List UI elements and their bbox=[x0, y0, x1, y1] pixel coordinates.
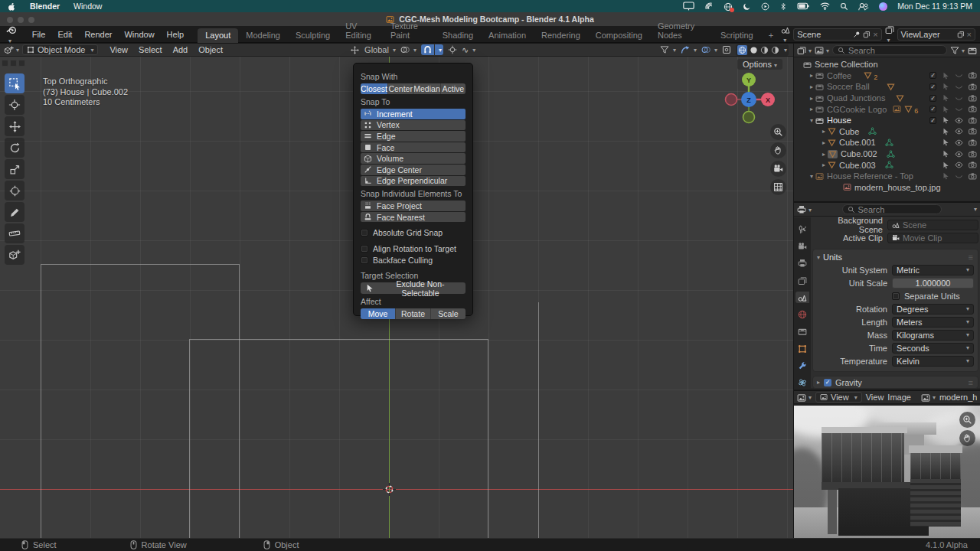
snap-item-edge-center[interactable]: Edge Center bbox=[361, 165, 466, 175]
shading-material-toggle[interactable] bbox=[760, 46, 769, 54]
new-collection-icon[interactable] bbox=[968, 45, 977, 55]
image-pan-button[interactable] bbox=[959, 430, 975, 446]
remove-viewlayer-icon[interactable]: × bbox=[967, 30, 972, 39]
render-camera-icon[interactable] bbox=[969, 94, 977, 103]
tab-compositing[interactable]: Compositing bbox=[588, 28, 650, 43]
temperature-dropdown[interactable]: Kelvin▾ bbox=[892, 356, 974, 367]
render-camera-icon[interactable] bbox=[969, 105, 977, 113]
scene-browse-icon[interactable]: ▾ bbox=[781, 24, 790, 44]
tool-transform[interactable] bbox=[5, 181, 24, 201]
menu-view[interactable]: View bbox=[104, 45, 133, 54]
window-menu[interactable]: Window bbox=[67, 2, 109, 11]
hide-eye-icon[interactable] bbox=[955, 172, 963, 181]
close-window-button[interactable] bbox=[7, 17, 13, 23]
fast-user-switch-icon[interactable] bbox=[858, 2, 869, 11]
options-button[interactable]: Options▾ bbox=[737, 59, 782, 70]
display-icon[interactable] bbox=[683, 2, 694, 11]
snap-item-vertex[interactable]: Vertex bbox=[361, 120, 466, 131]
outliner-row-cube-003[interactable]: ▸ Cube.003 bbox=[794, 159, 980, 171]
image-menu-view[interactable]: View bbox=[866, 393, 884, 402]
perspective-toggle-button[interactable] bbox=[770, 179, 786, 195]
outliner-row-cube-001[interactable]: ▸ Cube.001 bbox=[794, 137, 980, 148]
render-camera-icon[interactable] bbox=[969, 161, 977, 169]
xray-toggle[interactable] bbox=[722, 45, 731, 54]
snap-item-face[interactable]: Face bbox=[361, 142, 466, 153]
hide-eye-icon[interactable] bbox=[955, 94, 963, 103]
menu-add[interactable]: Add bbox=[168, 45, 194, 54]
tab-physics-properties[interactable] bbox=[795, 377, 809, 389]
snap-item-edge[interactable]: Edge bbox=[361, 131, 466, 142]
mass-dropdown[interactable]: Kilograms▾ bbox=[892, 330, 974, 341]
outliner-row-house[interactable]: ▾ House ✓ bbox=[794, 115, 980, 126]
tab-modifier-properties[interactable] bbox=[795, 360, 809, 371]
tab-viewlayer-properties[interactable] bbox=[795, 275, 809, 286]
selectable-icon[interactable] bbox=[942, 150, 949, 158]
outliner-filter-icon[interactable]: ▾ bbox=[950, 45, 965, 55]
hide-eye-icon[interactable] bbox=[955, 105, 963, 113]
tool-scale[interactable] bbox=[5, 159, 24, 179]
hide-eye-icon[interactable] bbox=[955, 71, 963, 80]
tab-sculpting[interactable]: Sculpting bbox=[288, 28, 338, 43]
background-scene-field[interactable]: Scene bbox=[887, 220, 978, 230]
selectable-icon[interactable] bbox=[942, 72, 949, 80]
pin-icon[interactable] bbox=[853, 31, 861, 38]
render-camera-icon[interactable] bbox=[969, 139, 977, 147]
collection-checkbox[interactable]: ✓ bbox=[929, 117, 936, 124]
panel-drag-handle[interactable]: ≡ bbox=[969, 253, 974, 262]
editor-type-icon[interactable]: ▾ bbox=[0, 44, 19, 55]
outliner-row-quad-junctions[interactable]: ▸ Quad Junctions ✓ bbox=[794, 93, 980, 104]
mode-dropdown[interactable]: Object Mode▾ bbox=[22, 44, 98, 55]
exclude-non-selectable-toggle[interactable]: Exclude Non-Selectable bbox=[361, 282, 466, 294]
image-menu-image[interactable]: Image bbox=[887, 393, 911, 402]
tab-geometry-nodes[interactable]: Geometry Nodes bbox=[650, 19, 713, 43]
orientation-dropdown[interactable]: Global▾ bbox=[351, 45, 396, 54]
image-browse-icon[interactable]: ▾ bbox=[921, 392, 936, 402]
outliner-row-cube[interactable]: ▸ Cube bbox=[794, 126, 980, 138]
menubar-clock[interactable]: Mon Dec 11 9:13 PM bbox=[897, 2, 972, 11]
render-camera-icon[interactable] bbox=[969, 172, 977, 181]
airdrop-icon[interactable] bbox=[704, 2, 714, 11]
tool-move[interactable] bbox=[5, 116, 24, 136]
snap-with-median[interactable]: Median bbox=[413, 83, 440, 94]
tab-scene-properties[interactable] bbox=[795, 292, 809, 303]
snap-dropdown-button[interactable]: ▾ bbox=[435, 44, 443, 55]
outliner-row-cube-002[interactable]: ▸ Cube.002 bbox=[794, 148, 980, 160]
collection-checkbox[interactable]: ✓ bbox=[929, 83, 936, 90]
tool-annotate[interactable] bbox=[5, 202, 24, 222]
tool-add-cube[interactable] bbox=[5, 245, 24, 265]
render-camera-icon[interactable] bbox=[969, 127, 977, 135]
hide-eye-icon[interactable] bbox=[955, 161, 963, 169]
snap-with-center[interactable]: Center bbox=[388, 83, 413, 94]
hide-eye-icon[interactable] bbox=[955, 127, 963, 135]
zoom-button[interactable] bbox=[770, 124, 786, 140]
outliner-row-image-file[interactable]: modern_house_top.jpg bbox=[794, 182, 980, 194]
selectable-icon[interactable] bbox=[942, 139, 949, 146]
properties-options-dropdown[interactable]: ▾ bbox=[974, 206, 977, 213]
viewlayer-browse-icon[interactable]: ▾ bbox=[885, 24, 894, 44]
pan-hand-button[interactable] bbox=[770, 142, 786, 158]
absolute-grid-snap-checkbox[interactable]: Absolute Grid Snap bbox=[361, 227, 466, 238]
tab-modeling[interactable]: Modeling bbox=[238, 28, 288, 43]
affect-move[interactable]: Move bbox=[361, 308, 396, 319]
viewlayer-datablock[interactable]: ViewLayer × bbox=[897, 28, 975, 41]
menu-edit[interactable]: Edit bbox=[51, 30, 78, 39]
gravity-panel-header[interactable]: ▸ ✓ Gravity ≡ bbox=[812, 376, 978, 389]
properties-search-input[interactable]: Search bbox=[842, 204, 942, 214]
outliner-row-house-reference[interactable]: ▾ House Reference - Top bbox=[794, 171, 980, 182]
scene-name[interactable]: Scene bbox=[797, 30, 851, 39]
snap-item-face-project[interactable]: Face Project bbox=[361, 201, 466, 211]
selectable-icon[interactable] bbox=[942, 106, 949, 113]
shading-wireframe-toggle[interactable] bbox=[737, 45, 747, 55]
align-rotation-checkbox[interactable]: Align Rotation to Target bbox=[361, 243, 466, 254]
shading-solid-toggle[interactable] bbox=[750, 46, 758, 54]
tab-output-properties[interactable] bbox=[795, 258, 809, 269]
snap-item-increment[interactable]: Increment bbox=[361, 109, 466, 119]
menu-render[interactable]: Render bbox=[78, 30, 118, 39]
affect-rotate[interactable]: Rotate bbox=[396, 308, 431, 319]
menu-window[interactable]: Window bbox=[118, 30, 160, 39]
zoom-window-button[interactable] bbox=[28, 17, 34, 23]
focus-moon-icon[interactable] bbox=[743, 2, 751, 11]
selectable-icon[interactable] bbox=[942, 172, 949, 180]
play-icon[interactable] bbox=[761, 2, 769, 11]
outliner-search-input[interactable]: Search bbox=[832, 45, 947, 55]
